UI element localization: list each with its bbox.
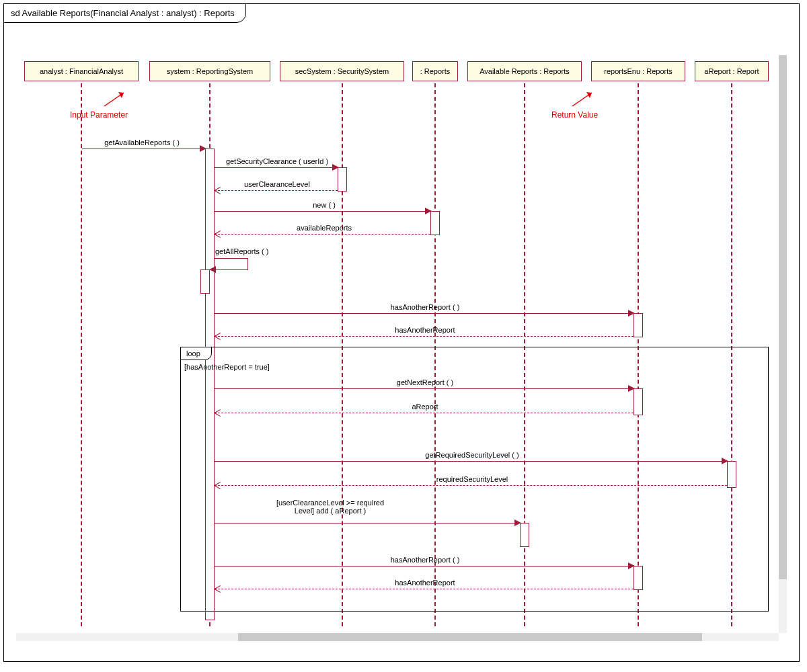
msg-getRequiredSecurityLevel: getRequiredSecurityLevel ( )	[217, 451, 728, 459]
annotation-return-value: Return Value	[551, 110, 598, 120]
lifeline-head-analyst: analyst : FinancialAnalyst	[24, 61, 139, 81]
scrollbar-horizontal[interactable]	[16, 633, 779, 641]
return-hasAnotherReport-1: hasAnotherReport	[217, 326, 633, 334]
return-availableReports: availableReports	[217, 224, 432, 232]
msg-label: userClearanceLevel	[244, 180, 310, 188]
msg-label: getNextReport ( )	[397, 378, 453, 386]
lifeline-label: : Reports	[420, 67, 451, 75]
lifeline-label: system : ReportingSystem	[167, 67, 253, 75]
lifeline-label: reportsEnu : Reports	[604, 67, 672, 75]
msg-label: getAllReports ( )	[215, 247, 268, 255]
annotation-label: Return Value	[551, 110, 598, 120]
msg-hasAnotherReport-1: hasAnotherReport ( )	[217, 303, 633, 311]
annotation-label: Input Parameter	[70, 110, 128, 120]
msg-line	[215, 269, 248, 270]
lifeline-head-reports: : Reports	[412, 61, 458, 81]
msg-label: hasAnotherReport ( )	[391, 556, 460, 564]
lifeline-line	[81, 83, 82, 626]
return-hasAnotherReport-2: hasAnotherReport	[217, 579, 633, 587]
msg-line	[215, 589, 633, 589]
arrow-icon	[332, 164, 339, 171]
msg-line	[215, 258, 248, 259]
lifeline-head-secSystem: secSystem : SecuritySystem	[280, 61, 404, 81]
msg-label: requiredSecurityLevel	[436, 475, 508, 483]
msg-label: new ( )	[313, 201, 336, 209]
msg-line	[215, 234, 430, 235]
msg-line	[215, 523, 520, 523]
lifeline-head-enu: reportsEnu : Reports	[591, 61, 685, 81]
msg-getAvailableReports: getAvailableReports ( )	[85, 138, 199, 146]
msg-line	[215, 336, 633, 337]
activation-reports	[430, 211, 440, 235]
scrollbar-vertical[interactable]	[779, 55, 787, 633]
lifeline-label: analyst : FinancialAnalyst	[40, 67, 123, 75]
msg-label: hasAnotherReport	[395, 579, 455, 587]
msg-line	[215, 211, 430, 212]
lifeline-head-avail: Available Reports : Reports	[467, 61, 582, 81]
diagram-frame: sd Available Reports(Financial Analyst :…	[3, 3, 800, 662]
msg-getAllReports: getAllReports ( )	[215, 247, 296, 255]
arrow-icon	[628, 310, 635, 317]
arrow-icon	[514, 519, 521, 526]
msg-label: getRequiredSecurityLevel ( )	[425, 451, 518, 459]
return-requiredSecurityLevel: requiredSecurityLevel	[217, 475, 728, 483]
activation-system-self	[200, 269, 210, 294]
arrow-icon	[200, 145, 206, 152]
msg-label: hasAnotherReport ( )	[391, 303, 460, 311]
msg-label: getAvailableReports ( )	[104, 138, 180, 146]
arrow-icon	[209, 266, 216, 273]
msg-line	[215, 313, 633, 314]
scrollbar-thumb[interactable]	[779, 55, 787, 579]
frame-title: sd Available Reports(Financial Analyst :…	[3, 3, 246, 23]
msg-add-guard: [userClearanceLevel >= required Level] a…	[243, 499, 418, 515]
msg-line	[215, 167, 338, 168]
lifeline-head-aReport: aReport : Report	[695, 61, 769, 81]
msg-label: availableReports	[297, 224, 352, 232]
svg-marker-1	[118, 92, 124, 98]
msg-line	[215, 566, 633, 566]
return-userClearanceLevel: userClearanceLevel	[217, 180, 338, 188]
arrow-icon	[628, 385, 635, 392]
activation-secSystem	[338, 167, 347, 192]
lifeline-label: Available Reports : Reports	[479, 67, 570, 75]
arrow-icon	[425, 208, 432, 214]
return-aReport: aReport	[217, 403, 633, 411]
msg-line	[215, 190, 338, 191]
msg-label: getSecurityClearance ( userId )	[226, 157, 328, 165]
msg-getNextReport: getNextReport ( )	[217, 378, 633, 386]
msg-new: new ( )	[217, 201, 432, 209]
msg-label: aReport	[412, 403, 438, 411]
scrollbar-thumb[interactable]	[238, 633, 702, 641]
loop-label: loop	[180, 347, 212, 360]
arrow-icon	[722, 458, 728, 464]
msg-line	[247, 258, 248, 269]
loop-guard: [hasAnotherReport = true]	[184, 363, 270, 371]
msg-line	[215, 485, 727, 486]
msg-line	[82, 149, 205, 149]
arrow-icon	[628, 562, 635, 569]
msg-label: Level] add ( aReport )	[295, 507, 366, 515]
msg-getSecurityClearance: getSecurityClearance ( userId )	[217, 157, 338, 165]
msg-line	[215, 388, 633, 389]
msg-line	[215, 413, 633, 413]
activation-enu-1	[633, 313, 643, 337]
lifeline-head-system: system : ReportingSystem	[149, 61, 270, 81]
annotation-input-param: Input Parameter	[70, 110, 128, 120]
msg-label: [userClearanceLevel >= required	[276, 499, 384, 507]
msg-line	[215, 461, 727, 462]
msg-label: hasAnotherReport	[395, 326, 455, 334]
msg-hasAnotherReport-2: hasAnotherReport ( )	[217, 556, 633, 564]
lifeline-label: secSystem : SecuritySystem	[295, 67, 389, 75]
svg-marker-3	[586, 92, 592, 98]
lifeline-label: aReport : Report	[704, 67, 759, 75]
